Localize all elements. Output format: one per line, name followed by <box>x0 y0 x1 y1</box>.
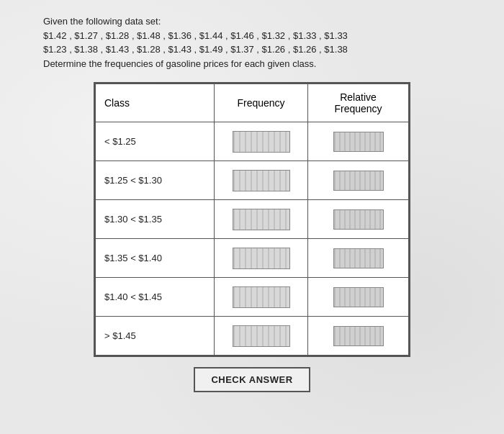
frequency-input-2[interactable] <box>233 209 290 230</box>
frequency-cell-1[interactable] <box>215 161 308 200</box>
rel-frequency-input-4[interactable] <box>333 287 384 307</box>
table-row: $1.35 < $1.40 <box>96 239 409 278</box>
frequency-input-3[interactable] <box>233 248 290 269</box>
table-row: > $1.45 <box>96 317 409 356</box>
rel-frequency-input-1[interactable] <box>333 171 384 191</box>
rel-frequency-input-3[interactable] <box>333 248 384 268</box>
table-row: $1.30 < $1.35 <box>96 200 409 239</box>
class-label-5: > $1.45 <box>96 317 215 356</box>
table-row: < $1.25 <box>96 122 409 161</box>
frequency-input-1[interactable] <box>233 170 290 191</box>
frequency-input-0[interactable] <box>233 131 290 153</box>
class-label-3: $1.35 < $1.40 <box>96 239 215 278</box>
frequency-input-4[interactable] <box>233 286 290 308</box>
rel-frequency-cell-2[interactable] <box>308 200 409 239</box>
frequency-cell-5[interactable] <box>215 317 308 356</box>
class-label-0: < $1.25 <box>96 122 215 161</box>
rel-frequency-cell-0[interactable] <box>308 122 409 161</box>
problem-line2: $1.42 , $1.27 , $1.28 , $1.48 , $1.36 , … <box>43 29 403 43</box>
header-frequency: Frequency <box>215 84 308 122</box>
check-answer-button[interactable]: CHECK ANSWER <box>194 367 310 392</box>
rel-frequency-cell-4[interactable] <box>308 278 409 317</box>
frequency-input-5[interactable] <box>233 325 290 347</box>
class-label-1: $1.25 < $1.30 <box>96 161 215 200</box>
table-row: $1.40 < $1.45 <box>96 278 409 317</box>
rel-frequency-input-5[interactable] <box>333 326 384 346</box>
rel-frequency-input-2[interactable] <box>333 209 384 230</box>
frequency-cell-0[interactable] <box>215 122 308 161</box>
rel-frequency-cell-3[interactable] <box>308 239 409 278</box>
class-label-4: $1.40 < $1.45 <box>96 278 215 317</box>
problem-line1: Given the following data set: <box>43 14 403 29</box>
frequency-cell-4[interactable] <box>215 278 308 317</box>
problem-line4: Determine the frequencies of gasoline pr… <box>43 57 403 71</box>
problem-text: Given the following data set: $1.42 , $1… <box>43 14 403 71</box>
problem-line3: $1.23 , $1.38 , $1.43 , $1.28 , $1.43 , … <box>43 42 403 57</box>
header-relative-frequency: Relative Frequency <box>308 84 409 122</box>
frequency-cell-3[interactable] <box>215 239 308 278</box>
class-label-2: $1.30 < $1.35 <box>96 200 215 239</box>
rel-frequency-cell-5[interactable] <box>308 317 409 356</box>
rel-frequency-cell-1[interactable] <box>308 161 409 200</box>
header-class: Class <box>96 84 215 122</box>
table-row: $1.25 < $1.30 <box>96 161 409 200</box>
frequency-cell-2[interactable] <box>215 200 308 239</box>
frequency-table: Class Frequency Relative Frequency < $1.… <box>94 82 410 357</box>
rel-frequency-input-0[interactable] <box>333 132 384 152</box>
